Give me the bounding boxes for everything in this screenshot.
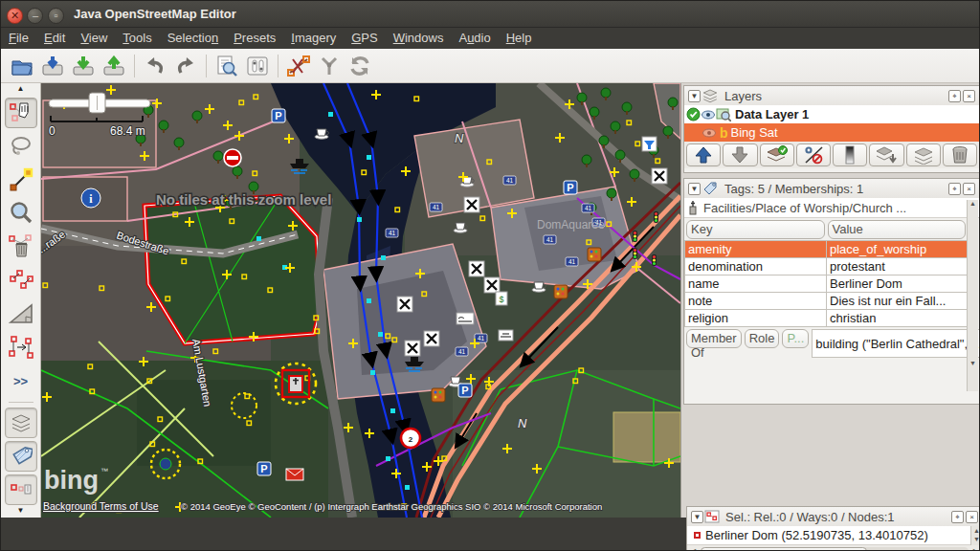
menu-windows[interactable]: Windows <box>386 28 452 48</box>
tag-row-denomination[interactable]: denomination protestant <box>685 258 968 276</box>
svg-text:P: P <box>260 463 267 474</box>
layer-down-button[interactable] <box>723 143 757 166</box>
layer-row-data[interactable]: Data Layer 1 <box>684 105 979 123</box>
more-tools-button[interactable]: >> <box>5 365 37 396</box>
minimize-icon[interactable]: – <box>27 8 43 24</box>
position-header[interactable]: P... <box>782 329 809 348</box>
layers-panel-title: Layers <box>724 89 947 103</box>
split-way-button[interactable] <box>283 52 314 80</box>
lasso-tool-button[interactable] <box>5 131 37 162</box>
layer-up-button[interactable] <box>686 143 721 166</box>
node-square-icon <box>694 532 701 539</box>
collapse-icon[interactable]: ▼ <box>691 511 703 523</box>
svg-text:41: 41 <box>546 236 554 243</box>
selection-spinner[interactable]: ▲▼ <box>970 526 980 545</box>
layer-activate-button[interactable] <box>760 143 794 166</box>
parallel-tool-button[interactable] <box>5 332 37 363</box>
menu-tools[interactable]: Tools <box>115 28 159 48</box>
hscroll-thumb[interactable] <box>701 547 866 551</box>
menu-edit[interactable]: Edit <box>36 28 73 48</box>
layer-showhide-button[interactable] <box>796 143 831 166</box>
download-button[interactable] <box>37 52 68 80</box>
redo-button[interactable] <box>170 52 201 80</box>
house-number-plate-icon: 41 <box>582 204 594 212</box>
menu-view[interactable]: View <box>73 28 115 48</box>
menu-audio[interactable]: Audio <box>451 28 498 48</box>
layer-merge-button[interactable] <box>869 143 903 166</box>
membership-row[interactable]: building ("Berlin Cathedral", ... label … <box>813 330 980 358</box>
terms-link[interactable]: Background Terms of Use <box>43 500 159 512</box>
svg-text:41: 41 <box>458 348 466 355</box>
menu-selection[interactable]: Selection <box>160 28 226 48</box>
move-tool-button[interactable] <box>5 98 37 128</box>
layer-delete-button[interactable] <box>943 143 977 166</box>
layer-duplicate-button[interactable] <box>906 143 941 166</box>
layers-toggle-button[interactable] <box>5 408 37 438</box>
eye-dim-icon[interactable] <box>702 127 717 139</box>
menu-imagery[interactable]: Imagery <box>283 28 344 48</box>
preferences-button[interactable] <box>242 52 273 80</box>
undo-button[interactable] <box>140 52 170 80</box>
pin-icon[interactable]: ⌖ <box>948 183 961 195</box>
lasso-tool-icon <box>9 134 33 159</box>
tag-row-note[interactable]: note Dies ist nur ein Fall... <box>685 293 968 310</box>
search-doc-button[interactable] <box>212 52 242 80</box>
tag-row-amenity[interactable]: amenity place_of_worship <box>685 241 968 258</box>
close-panel-icon[interactable]: × <box>963 90 975 102</box>
open-file-button[interactable] <box>7 52 37 80</box>
draw-tool-button[interactable] <box>5 165 37 195</box>
preset-row[interactable]: Facilities/Place of Worship/Church ... <box>684 198 979 218</box>
upload-button[interactable] <box>99 52 129 80</box>
house-number-plate-icon: 41 <box>430 203 442 211</box>
member-of-header[interactable]: Member Of <box>686 329 742 348</box>
restaurant-icon <box>405 341 420 356</box>
refresh-button[interactable] <box>345 52 375 80</box>
close-icon[interactable]: ✕ <box>7 8 23 24</box>
selected-node-berliner-dom[interactable] <box>276 364 316 404</box>
close-panel-icon[interactable]: × <box>966 511 978 523</box>
value-column-header[interactable]: Value <box>828 220 967 239</box>
eye-icon[interactable] <box>701 109 716 121</box>
restaurant-icon <box>469 261 484 276</box>
collapse-icon[interactable]: ▼ <box>688 90 701 102</box>
selection-hscrollbar[interactable]: ◀ ▶ <box>687 545 980 551</box>
tags-scrollbar[interactable]: ▲▼ <box>967 200 978 391</box>
selection-toggle-button[interactable] <box>5 474 37 505</box>
tag-value: Berliner Dom <box>827 276 968 293</box>
pin-icon[interactable]: ⌖ <box>951 511 964 523</box>
svg-text:41: 41 <box>389 230 396 236</box>
menu-file[interactable]: File <box>1 28 36 48</box>
map-view[interactable]: 414141414141414141PPPP 2 i $ Bodestraße … <box>41 83 680 518</box>
zone-sign-icon: 2 <box>401 429 420 448</box>
pin-icon[interactable]: ⌖ <box>948 90 961 102</box>
key-column-header[interactable]: Key <box>686 220 825 239</box>
combine-way-button[interactable] <box>314 52 345 80</box>
layer-showhide-icon <box>802 145 825 165</box>
role-header[interactable]: Role <box>745 329 780 348</box>
menu-help[interactable]: Help <box>499 28 540 48</box>
close-panel-icon[interactable]: × <box>963 183 975 195</box>
menu-presets[interactable]: Presets <box>226 28 283 48</box>
membership-table: building ("Berlin Cathedral", ... label … <box>812 329 980 358</box>
zoom-tool-button[interactable] <box>5 198 37 229</box>
tag-row-name[interactable]: name Berliner Dom <box>685 276 968 293</box>
layer-up-icon <box>693 145 714 165</box>
extrude-tool-button[interactable] <box>5 298 37 329</box>
maximize-icon[interactable]: ▫ <box>48 8 64 24</box>
collapse-icon[interactable]: ▼ <box>688 183 701 195</box>
unglue-tool-button[interactable] <box>5 265 37 296</box>
scroll-up-icon[interactable]: ▲ <box>3 83 39 95</box>
tags-toggle-button[interactable] <box>5 441 37 472</box>
scroll-down-icon[interactable]: ▼ <box>3 505 39 517</box>
toolbar-separator <box>134 55 135 77</box>
menu-gps[interactable]: GPS <box>344 28 385 48</box>
layer-delete-icon <box>950 145 969 165</box>
save-button[interactable] <box>68 52 99 80</box>
selection-item[interactable]: Berliner Dom (52.5190735, 13.4010752) ▲▼ <box>687 526 980 545</box>
layer-opacity-button[interactable] <box>833 143 867 166</box>
layer-row-bing[interactable]: b Bing Sat <box>684 123 979 142</box>
parking-icon: P <box>272 109 285 122</box>
map-canvas[interactable]: 414141414141414141PPPP 2 i $ Bodestraße … <box>41 83 680 518</box>
tag-row-religion[interactable]: religion christian <box>685 310 968 327</box>
delete-tool-button[interactable] <box>5 231 37 262</box>
